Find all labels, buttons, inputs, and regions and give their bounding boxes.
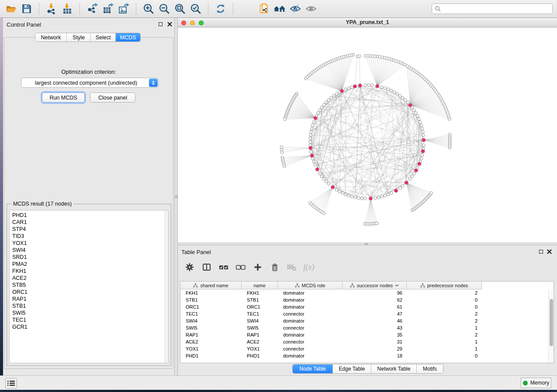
mcds-result-item[interactable]: STP4	[10, 226, 168, 233]
mcds-node[interactable]	[353, 85, 356, 88]
network-node[interactable]	[396, 93, 399, 96]
network-node[interactable]	[310, 151, 313, 154]
network-node[interactable]	[448, 133, 451, 136]
tab-style[interactable]: Style	[67, 33, 91, 41]
network-node[interactable]	[390, 192, 393, 195]
network-node[interactable]	[347, 194, 350, 197]
run-mcds-button[interactable]: Run MCDS	[42, 93, 85, 103]
scrollbar-thumb[interactable]	[550, 299, 553, 346]
network-node[interactable]	[335, 93, 338, 96]
tab-edge-table[interactable]: Edge Table	[333, 364, 371, 373]
network-node[interactable]	[309, 141, 312, 144]
mcds-result-item[interactable]: STB1	[10, 303, 168, 309]
network-node[interactable]	[384, 194, 387, 197]
network-node[interactable]	[357, 196, 360, 199]
column-header-name[interactable]: name	[242, 282, 278, 289]
mcds-result-item[interactable]: PHD1	[10, 212, 168, 219]
mcds-result-item[interactable]: ACE2	[10, 275, 168, 282]
network-node[interactable]	[418, 117, 421, 120]
network-node[interactable]	[311, 124, 314, 127]
network-node[interactable]	[347, 87, 350, 90]
delete-column-button[interactable]	[270, 262, 280, 272]
network-node[interactable]	[381, 195, 384, 198]
network-titlebar[interactable]: YPA_prune.txt_1	[178, 18, 557, 28]
zoom-out-button[interactable]	[158, 2, 171, 15]
float-panel-icon[interactable]	[539, 250, 543, 254]
zoom-selected-button[interactable]	[189, 2, 202, 15]
network-node[interactable]	[344, 88, 347, 91]
deselect-all-button[interactable]	[236, 262, 246, 272]
network-node[interactable]	[416, 114, 419, 117]
zoom-fit-button[interactable]	[173, 2, 187, 15]
mcds-result-item[interactable]: GCR1	[10, 323, 168, 330]
mcds-result-list[interactable]: PHD1CAR1STP4TID3YOX1SWI4SRD1PMA2FKH1ACE2…	[9, 210, 169, 363]
network-node[interactable]	[330, 96, 333, 100]
network-node[interactable]	[419, 120, 422, 124]
tab-select[interactable]: Select	[91, 33, 116, 41]
splitter-grip[interactable]	[175, 195, 177, 198]
network-node[interactable]	[325, 101, 328, 104]
network-node[interactable]	[406, 65, 409, 68]
network-node[interactable]	[358, 55, 361, 58]
table-row[interactable]: ORC1ORC1dominator610	[180, 303, 554, 310]
tab-network[interactable]: Network	[35, 33, 67, 41]
open-button[interactable]	[4, 2, 17, 15]
splitter-grip[interactable]	[365, 243, 368, 245]
network-node[interactable]	[411, 175, 414, 178]
column-header-successor-nodes[interactable]: successor nodes	[343, 282, 407, 289]
mcds-node[interactable]	[314, 116, 317, 120]
network-node[interactable]	[422, 144, 426, 147]
mcds-result-item[interactable]: YOX1	[10, 240, 168, 247]
task-history-button[interactable]	[5, 378, 17, 389]
mcds-node[interactable]	[414, 168, 418, 172]
tab-node-table[interactable]: Node Table	[293, 364, 333, 373]
network-node[interactable]	[408, 178, 412, 181]
network-node[interactable]	[327, 99, 330, 102]
mcds-result-scrollbar[interactable]	[165, 210, 168, 363]
table-scrollbar[interactable]	[548, 289, 554, 363]
network-node[interactable]	[415, 112, 418, 115]
panel-splitter-vertical[interactable]	[175, 18, 178, 375]
mcds-node[interactable]	[376, 84, 379, 88]
network-node[interactable]	[401, 185, 405, 188]
mcds-result-item[interactable]: TID3	[10, 233, 168, 240]
table-row[interactable]: TEC1TEC1connector472	[180, 310, 554, 317]
network-node[interactable]	[364, 55, 367, 58]
mcds-node[interactable]	[394, 189, 398, 193]
table-row[interactable]: PHD1PHD1dominator180	[180, 352, 554, 359]
memory-button[interactable]: Memory	[521, 378, 551, 388]
network-node[interactable]	[304, 77, 307, 80]
column-header-mcds-role[interactable]: MCDS role	[278, 282, 343, 289]
network-node[interactable]	[421, 127, 424, 130]
network-node[interactable]	[374, 196, 377, 199]
network-node[interactable]	[284, 118, 287, 121]
network-node[interactable]	[314, 163, 317, 166]
mcds-node[interactable]	[340, 89, 343, 93]
network-node[interactable]	[420, 157, 423, 160]
network-node[interactable]	[341, 192, 344, 195]
export-image-button[interactable]	[117, 2, 130, 15]
mcds-result-item[interactable]: SWI5	[10, 309, 168, 316]
network-node[interactable]	[335, 189, 338, 192]
network-node[interactable]	[399, 186, 402, 189]
add-column-button[interactable]	[253, 262, 263, 272]
search-input[interactable]	[441, 6, 550, 12]
mcds-node[interactable]	[358, 84, 362, 87]
network-node[interactable]	[312, 160, 315, 163]
table-row[interactable]: SWI5SWI5connector431	[180, 324, 554, 331]
save-button[interactable]	[20, 2, 33, 15]
network-node[interactable]	[338, 190, 341, 193]
table-row[interactable]: FKH1FKH1dominator962	[180, 289, 554, 296]
network-node[interactable]	[376, 222, 379, 225]
network-node[interactable]	[322, 178, 325, 181]
network-node[interactable]	[318, 109, 322, 112]
network-node[interactable]	[364, 197, 367, 200]
network-node[interactable]	[364, 84, 367, 87]
network-node[interactable]	[387, 193, 390, 196]
network-node[interactable]	[312, 120, 315, 124]
table-row[interactable]: RAP1RAP1dominator352	[180, 331, 554, 338]
mcds-node[interactable]	[315, 168, 319, 171]
network-node[interactable]	[320, 175, 323, 178]
network-node[interactable]	[283, 165, 286, 168]
network-node[interactable]	[310, 127, 313, 130]
